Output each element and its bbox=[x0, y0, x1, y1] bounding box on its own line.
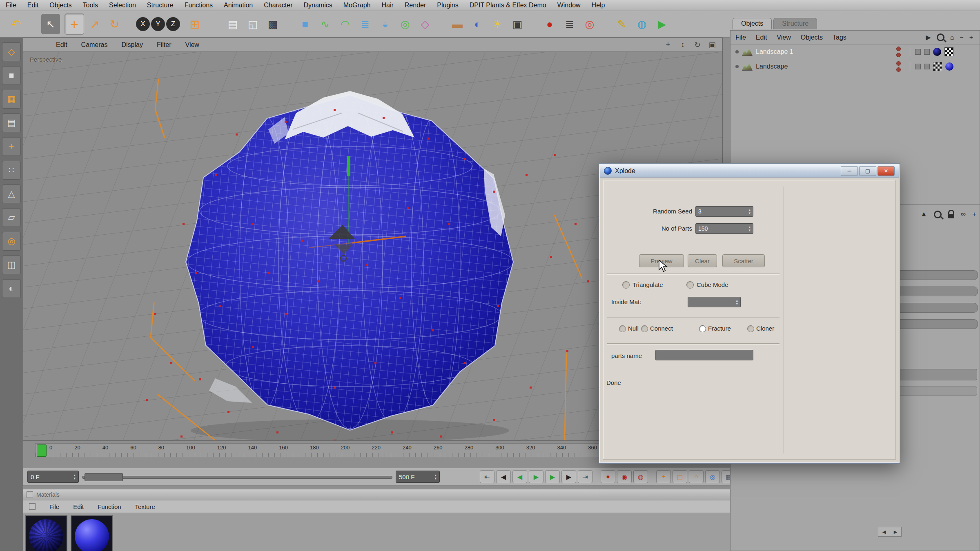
lock-y-axis-icon[interactable]: Y bbox=[151, 17, 165, 31]
menu-item[interactable]: Render bbox=[405, 2, 426, 9]
display-mode-icon[interactable]: ◐ bbox=[2, 279, 21, 298]
prev-frame-button[interactable]: ◀ bbox=[512, 470, 527, 483]
history-icon[interactable]: ∞ bbox=[961, 210, 966, 218]
record-keyframe-button[interactable]: ● bbox=[601, 470, 615, 483]
materials-menu-icon[interactable] bbox=[29, 503, 36, 510]
goto-start-button[interactable]: ⇤ bbox=[480, 470, 494, 483]
menu-item[interactable]: Functions bbox=[185, 2, 213, 9]
viewport-menu-item[interactable]: Edit bbox=[56, 41, 67, 49]
add-boole-icon[interactable]: ◒ bbox=[376, 14, 394, 34]
smoothing-tag-icon[interactable] bbox=[924, 64, 930, 69]
render-region-icon[interactable]: ◱ bbox=[243, 14, 262, 34]
object-label[interactable]: Landscape bbox=[756, 63, 788, 70]
object-manager-menu-item[interactable]: File bbox=[735, 34, 746, 41]
expand-icon[interactable] bbox=[735, 50, 739, 53]
materials-menu-item[interactable]: Texture bbox=[135, 503, 155, 510]
render-settings-icon[interactable]: ▩ bbox=[263, 14, 282, 34]
checkbox[interactable] bbox=[622, 281, 630, 289]
viewport-layout-icon[interactable]: ◫ bbox=[2, 256, 21, 274]
add-light-icon[interactable]: ☀ bbox=[488, 14, 507, 34]
model-mode-icon[interactable]: ■ bbox=[2, 66, 21, 85]
end-frame-field[interactable]: 500 F ▴ ▾ bbox=[396, 471, 440, 483]
slider-handle[interactable] bbox=[85, 473, 123, 481]
random-seed-stepper-icon[interactable]: ▴ ▾ bbox=[748, 208, 751, 215]
next-frame-button[interactable]: ▶ bbox=[545, 470, 560, 483]
plus-icon[interactable]: + bbox=[969, 34, 973, 41]
play-forward-icon[interactable]: ▶ bbox=[653, 14, 671, 34]
content-browser-icon[interactable]: ◍ bbox=[633, 14, 651, 34]
texture-mode-icon[interactable]: ▦ bbox=[2, 90, 21, 109]
material-pager[interactable]: ◀ ▶ bbox=[878, 527, 902, 537]
radio-button[interactable] bbox=[641, 325, 648, 332]
scale-tool-icon[interactable]: ↗ bbox=[85, 14, 104, 34]
expand-icon[interactable] bbox=[735, 65, 739, 68]
menu-item[interactable]: DPIT Plants & Effex Demo bbox=[470, 2, 546, 9]
autokey-button[interactable]: ◉ bbox=[617, 470, 632, 483]
snap-settings-icon[interactable]: ◎ bbox=[580, 14, 599, 34]
menu-item[interactable]: Hair bbox=[381, 2, 393, 9]
keyframe-scale-button[interactable]: ▢ bbox=[673, 470, 687, 483]
end-frame-stepper-icon[interactable]: ▴ ▾ bbox=[434, 473, 437, 480]
minus-icon[interactable]: − bbox=[960, 34, 963, 41]
menu-item[interactable]: Edit bbox=[27, 2, 39, 9]
menu-item[interactable]: Animation bbox=[224, 2, 253, 9]
pager-right-icon[interactable]: ▶ bbox=[894, 529, 897, 535]
workplane-mode-icon[interactable]: ▤ bbox=[2, 113, 21, 132]
no-of-parts-stepper-icon[interactable]: ▴ ▾ bbox=[748, 225, 751, 232]
texture-tag-icon[interactable] bbox=[933, 62, 942, 71]
menu-item[interactable]: Dynamics bbox=[304, 2, 332, 9]
object-manager-menu-item[interactable]: Edit bbox=[756, 34, 767, 41]
prev-key-button[interactable]: ◀ bbox=[496, 470, 511, 483]
live-selection-icon[interactable]: ↖ bbox=[41, 14, 60, 34]
radio-button[interactable] bbox=[619, 325, 626, 332]
coordinate-system-icon[interactable]: ⊞ bbox=[185, 14, 204, 34]
expression-tag-icon[interactable] bbox=[915, 49, 921, 55]
next-key-button[interactable]: ▶ bbox=[561, 470, 576, 483]
search-icon[interactable] bbox=[937, 33, 944, 41]
dialog-button[interactable]: Scatter bbox=[722, 254, 765, 267]
rotate-view-icon[interactable]: ↻ bbox=[692, 40, 703, 50]
current-frame-field[interactable]: 0 F ▴ ▾ bbox=[27, 471, 79, 483]
dialog-title-bar[interactable]: Xplode ─▢× bbox=[600, 164, 899, 178]
search-icon[interactable] bbox=[934, 211, 942, 218]
points-mode-icon[interactable]: ∷ bbox=[2, 161, 21, 180]
record-options-button[interactable]: ◍ bbox=[633, 470, 648, 483]
pager-left-icon[interactable]: ◀ bbox=[882, 529, 886, 535]
parts-name-field[interactable] bbox=[655, 350, 753, 360]
timeline-slider[interactable] bbox=[82, 471, 392, 482]
filter-arrow-icon[interactable]: ▲ bbox=[920, 210, 927, 218]
undo-icon[interactable]: ↶ bbox=[7, 14, 25, 34]
render-view-icon[interactable]: ▤ bbox=[223, 14, 242, 34]
lock-x-axis-icon[interactable]: X bbox=[136, 17, 150, 31]
viewport-menu-item[interactable]: Cameras bbox=[81, 41, 108, 49]
object-manager-menu-item[interactable]: Objects bbox=[801, 34, 823, 41]
close-button[interactable]: × bbox=[878, 166, 895, 176]
add-icon[interactable]: + bbox=[972, 210, 976, 218]
add-floor-icon[interactable]: ▬ bbox=[448, 14, 467, 34]
edges-mode-icon[interactable]: △ bbox=[2, 184, 21, 203]
polygons-mode-icon[interactable]: ▱ bbox=[2, 208, 21, 227]
move-tool-icon[interactable]: + bbox=[65, 13, 84, 35]
zoom-view-icon[interactable]: ↕ bbox=[677, 40, 688, 50]
checkbox[interactable] bbox=[686, 281, 694, 289]
object-axis-mode-icon[interactable]: + bbox=[2, 137, 21, 156]
visibility-toggles[interactable] bbox=[896, 61, 901, 72]
goto-end-button[interactable]: ⇥ bbox=[578, 470, 592, 483]
menu-item[interactable]: Selection bbox=[109, 2, 136, 9]
add-array-icon[interactable]: ≣ bbox=[356, 14, 374, 34]
keyframe-position-button[interactable]: + bbox=[656, 470, 671, 483]
radio-button[interactable] bbox=[747, 325, 754, 332]
add-primitive-icon[interactable]: ■ bbox=[296, 14, 314, 34]
no-of-parts-field[interactable]: 150 ▴ ▾ bbox=[695, 223, 753, 234]
viewport-menu-item[interactable]: Filter bbox=[157, 41, 172, 49]
home-icon[interactable]: ⌂ bbox=[950, 34, 954, 41]
menu-item[interactable]: File bbox=[6, 2, 16, 9]
minimize-button[interactable]: ─ bbox=[841, 166, 858, 176]
rotate-tool-icon[interactable]: ↻ bbox=[105, 14, 124, 34]
xplode-dialog[interactable]: Xplode ─▢× Random Seed 3 ▴ ▾ No of Parts… bbox=[599, 163, 900, 464]
add-environment-icon[interactable]: ◐ bbox=[468, 14, 487, 34]
viewport-menu-item[interactable]: Display bbox=[121, 41, 143, 49]
materials-menu-item[interactable]: File bbox=[49, 503, 59, 510]
menu-item[interactable]: Window bbox=[557, 2, 581, 9]
materials-menu-item[interactable]: Function bbox=[98, 503, 121, 510]
